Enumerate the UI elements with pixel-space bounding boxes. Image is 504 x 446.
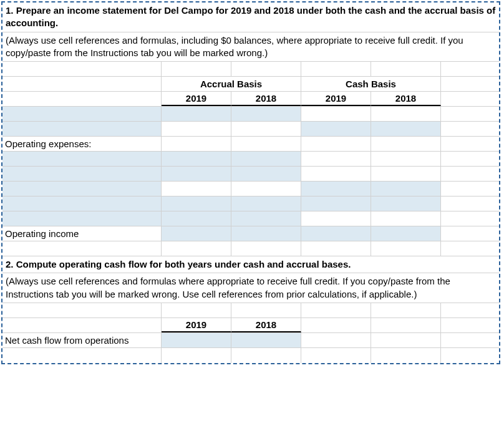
table-row	[2, 152, 499, 167]
input-cell[interactable]	[371, 107, 441, 121]
input-cell[interactable]	[162, 152, 231, 166]
table-row	[2, 196, 499, 211]
input-cell[interactable]	[371, 122, 441, 136]
year-header-row: 2019 2018 2019 2018	[2, 92, 499, 107]
cash-basis-header: Cash Basis	[301, 77, 441, 91]
q2-note: (Always use cell references and formulas…	[2, 273, 499, 303]
input-cell[interactable]	[2, 196, 162, 211]
cash-2018-header: 2018	[371, 92, 441, 106]
input-cell[interactable]	[2, 122, 162, 136]
q1-note-row: (Always use cell references and formulas…	[2, 32, 499, 62]
q1-title-row: 1. Prepare an income statement for Del C…	[2, 2, 499, 32]
input-cell[interactable]	[162, 182, 231, 196]
input-cell[interactable]	[162, 196, 231, 211]
input-cell[interactable]	[162, 211, 231, 226]
q2-year-header-row: 2019 2018	[2, 318, 499, 333]
input-cell[interactable]	[301, 152, 371, 166]
input-cell[interactable]	[371, 226, 441, 241]
operating-income-label: Operating income	[2, 226, 162, 241]
table-row	[2, 211, 499, 226]
operating-expenses-label: Operating expenses:	[2, 137, 162, 151]
input-cell[interactable]	[371, 211, 441, 226]
accrual-2019-header: 2019	[162, 92, 231, 106]
q2-title: 2. Compute operating cash flow for both …	[2, 256, 499, 273]
input-cell[interactable]	[162, 122, 231, 136]
blank-row	[2, 348, 499, 363]
input-cell[interactable]	[231, 182, 301, 196]
input-cell[interactable]	[371, 167, 441, 181]
input-cell[interactable]	[301, 182, 371, 196]
input-cell[interactable]	[371, 196, 441, 211]
q2-note-row: (Always use cell references and formulas…	[2, 273, 499, 303]
q2-title-row: 2. Compute operating cash flow for both …	[2, 256, 499, 273]
input-cell[interactable]	[231, 122, 301, 136]
table-row	[2, 122, 499, 137]
cash-2019-header: 2019	[301, 92, 371, 106]
table-row	[2, 107, 499, 122]
q1-note: (Always use cell references and formulas…	[2, 32, 499, 62]
input-cell[interactable]	[2, 182, 162, 196]
blank-row	[2, 241, 499, 256]
input-cell[interactable]	[231, 107, 301, 121]
input-cell[interactable]	[301, 167, 371, 181]
worksheet: 1. Prepare an income statement for Del C…	[1, 1, 500, 364]
input-cell[interactable]	[371, 182, 441, 196]
input-cell[interactable]	[231, 152, 301, 166]
input-cell[interactable]	[301, 196, 371, 211]
input-cell[interactable]	[162, 226, 231, 241]
input-cell[interactable]	[231, 196, 301, 211]
q2-2018-header: 2018	[231, 318, 301, 332]
blank-row	[2, 303, 499, 318]
q2-2019-header: 2019	[162, 318, 231, 332]
net-cash-flow-label: Net cash flow from operations	[2, 333, 162, 347]
table-row	[2, 167, 499, 182]
input-cell[interactable]	[2, 107, 162, 121]
net-cash-flow-row: Net cash flow from operations	[2, 333, 499, 348]
input-cell[interactable]	[301, 211, 371, 226]
input-cell[interactable]	[2, 152, 162, 166]
q1-title: 1. Prepare an income statement for Del C…	[2, 2, 499, 32]
blank-row	[2, 62, 499, 77]
input-cell[interactable]	[2, 167, 162, 181]
operating-expenses-row: Operating expenses:	[2, 137, 499, 152]
input-cell[interactable]	[231, 211, 301, 226]
input-cell[interactable]	[231, 333, 301, 347]
input-cell[interactable]	[301, 122, 371, 136]
input-cell[interactable]	[162, 167, 231, 181]
operating-income-row: Operating income	[2, 226, 499, 241]
accrual-2018-header: 2018	[231, 92, 301, 106]
input-cell[interactable]	[231, 226, 301, 241]
group-header-row: Accrual Basis Cash Basis	[2, 77, 499, 92]
accrual-basis-header: Accrual Basis	[162, 77, 301, 91]
input-cell[interactable]	[301, 107, 371, 121]
table-row	[2, 182, 499, 196]
input-cell[interactable]	[2, 211, 162, 226]
input-cell[interactable]	[371, 152, 441, 166]
input-cell[interactable]	[162, 333, 231, 347]
input-cell[interactable]	[301, 226, 371, 241]
input-cell[interactable]	[162, 107, 231, 121]
input-cell[interactable]	[231, 167, 301, 181]
